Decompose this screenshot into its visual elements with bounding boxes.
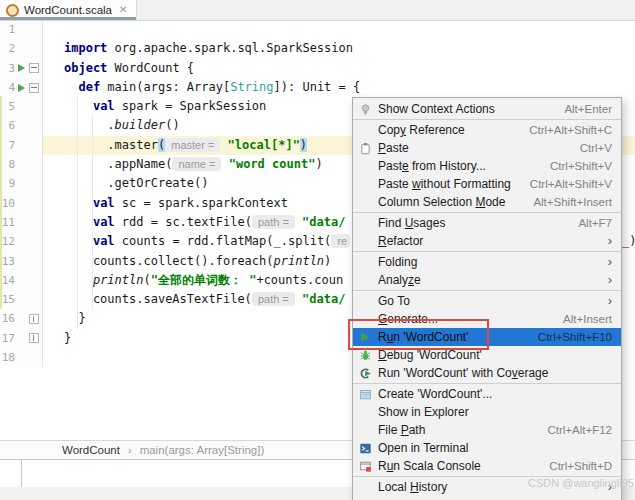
coverage-icon — [359, 366, 378, 380]
code-token: "全部的单词数： " — [151, 273, 257, 287]
code-sliver-right-of-menu: _) — [622, 232, 635, 251]
code-token: master = — [165, 138, 220, 152]
fold-slot[interactable] — [28, 83, 40, 93]
menu-item-run-wordcount-with-coverage[interactable]: Run 'WordCount' with Coverage — [353, 364, 621, 382]
menu-item-show-in-explorer[interactable]: Show in Explorer — [353, 403, 621, 421]
code-token: path = — [252, 215, 295, 229]
scala-file-icon — [6, 4, 19, 17]
menu-item-label: Show Context Actions — [378, 102, 552, 116]
menu-shortcut: Ctrl+Shift+D — [549, 460, 612, 472]
line-number: 1 — [0, 20, 15, 39]
code-line[interactable]: 3object WordCount { — [0, 59, 635, 78]
fold-slot[interactable] — [28, 314, 40, 324]
menu-item-paste[interactable]: PasteCtrl+V — [353, 139, 621, 157]
menu-item-partial-item[interactable] — [353, 496, 621, 500]
menu-shortcut: Ctrl+Alt+F12 — [547, 424, 612, 436]
menu-item-show-context-actions[interactable]: Show Context ActionsAlt+Enter — [353, 100, 621, 118]
code-text: def main(args: Array[String]): Unit = { — [43, 78, 635, 97]
code-token: ( — [143, 273, 150, 287]
code-token — [64, 215, 93, 229]
fold-icon[interactable] — [29, 83, 39, 93]
menu-shortcut: Ctrl+Shift+V — [550, 160, 612, 172]
editor-gutter: 18 — [0, 348, 43, 367]
code-token: ) — [300, 138, 307, 152]
scala-console-icon — [359, 459, 378, 473]
menu-item-label: Create 'WordCount'... — [378, 387, 612, 401]
fold-slot[interactable] — [28, 333, 40, 343]
code-token: main(args: Array[ — [107, 80, 230, 94]
editor-context-menu: Show Context ActionsAlt+EnterCopy Refere… — [352, 97, 622, 500]
menu-separator — [353, 119, 621, 120]
code-token: val — [93, 215, 122, 229]
code-token: println — [274, 254, 325, 268]
code-line[interactable]: 2import org.apache.spark.sql.SparkSessio… — [0, 39, 635, 58]
menu-item-create-wordcount[interactable]: Create 'WordCount'... — [353, 385, 621, 403]
menu-item-refactor[interactable]: Refactor› — [353, 232, 621, 250]
code-token: () — [165, 118, 179, 132]
menu-separator — [353, 251, 621, 252]
line-number: 6 — [0, 116, 15, 135]
menu-item-go-to[interactable]: Go To› — [353, 292, 621, 310]
line-number: 16 — [0, 309, 15, 328]
line-number: 14 — [0, 271, 15, 290]
editor-tab-bar: WordCount.scala ✕ — [0, 0, 635, 21]
fold-icon[interactable] — [29, 333, 39, 343]
line-number: 15 — [0, 290, 15, 309]
menu-item-label: Copy Reference — [378, 123, 517, 137]
menu-item-folding[interactable]: Folding› — [353, 253, 621, 271]
fold-slot[interactable] — [28, 63, 40, 73]
menu-item-paste-without-formatting[interactable]: Paste without FormattingCtrl+Alt+Shift+V — [353, 175, 621, 193]
code-line[interactable]: 4 def main(args: Array[String]): Unit = … — [0, 78, 635, 97]
menu-shortcut: Ctrl+V — [580, 142, 612, 154]
editor-gutter: 16 — [0, 309, 43, 328]
code-token: ) — [324, 254, 331, 268]
code-token: builder — [115, 118, 166, 132]
code-token: val — [93, 99, 122, 113]
menu-item-file-path[interactable]: File PathCtrl+Alt+F12 — [353, 421, 621, 439]
submenu-arrow-icon: › — [608, 235, 612, 247]
fold-icon[interactable] — [29, 314, 39, 324]
menu-item-analyze[interactable]: Analyze› — [353, 271, 621, 289]
menu-item-copy-reference[interactable]: Copy ReferenceCtrl+Alt+Shift+C — [353, 121, 621, 139]
editor-gutter: 3 — [0, 59, 43, 78]
menu-item-column-selection-mode[interactable]: Column Selection ModeAlt+Shift+Insert — [353, 193, 621, 211]
editor-gutter: 6 — [0, 116, 43, 135]
code-token: re — [331, 234, 350, 248]
code-token: rdd = sc.textFile( — [122, 215, 252, 229]
run-gutter-icon[interactable] — [15, 64, 28, 72]
run-triangle-icon — [18, 84, 25, 92]
editor-gutter: 14 — [0, 271, 43, 290]
indent-guide — [77, 97, 78, 330]
tab-close-icon[interactable]: ✕ — [119, 5, 127, 15]
tab-wordcount-scala[interactable]: WordCount.scala ✕ — [0, 0, 137, 20]
breadcrumb-item-method[interactable]: main(args: Array[String]) — [140, 444, 265, 456]
code-token — [64, 234, 93, 248]
code-token: def — [78, 80, 107, 94]
menu-item-find-usages[interactable]: Find UsagesAlt+F7 — [353, 214, 621, 232]
code-token: } — [64, 311, 86, 325]
line-number: 11 — [0, 213, 15, 232]
editor-gutter: 17 — [0, 329, 43, 348]
menu-item-run-scala-console[interactable]: Run Scala ConsoleCtrl+Shift+D — [353, 457, 621, 475]
code-token: name = — [172, 157, 221, 171]
menu-shortcut: Ctrl+Shift+F10 — [538, 331, 612, 343]
code-token: sc = spark.sparkContext — [122, 196, 288, 210]
editor-gutter: 10 — [0, 194, 43, 213]
menu-item-label: Show in Explorer — [378, 405, 612, 419]
run-gutter-icon[interactable] — [15, 84, 28, 92]
menu-icon-slot — [359, 159, 378, 173]
menu-item-paste-from-history[interactable]: Paste from History...Ctrl+Shift+V — [353, 157, 621, 175]
code-line[interactable]: 1 — [0, 20, 635, 39]
breadcrumb-item-class[interactable]: WordCount — [62, 444, 120, 456]
menu-icon-slot — [359, 195, 378, 209]
code-token: counts.collect().foreach( — [64, 254, 274, 268]
menu-icon-slot — [359, 273, 378, 287]
menu-item-open-in-terminal[interactable]: Open in Terminal — [353, 439, 621, 457]
editor-gutter: 11 — [0, 213, 43, 232]
line-number: 18 — [0, 348, 15, 367]
line-number: 5 — [0, 97, 15, 116]
fold-icon[interactable] — [29, 63, 39, 73]
editor-gutter: 1 — [0, 20, 43, 39]
code-token: val — [93, 234, 122, 248]
menu-item-label: Paste from History... — [378, 159, 538, 173]
